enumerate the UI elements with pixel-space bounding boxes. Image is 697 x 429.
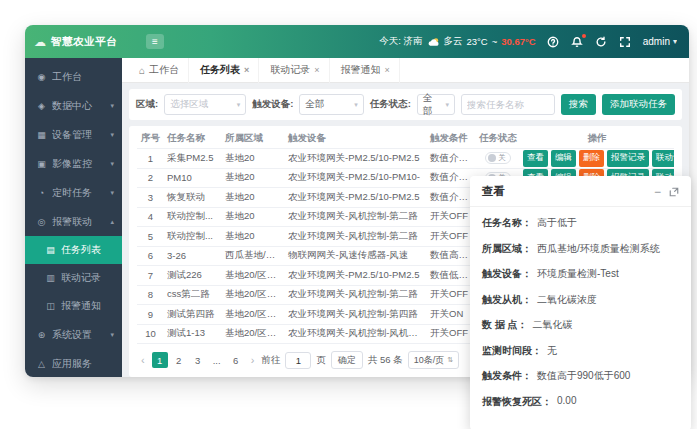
chevron-down-icon: ▾ bbox=[110, 102, 114, 110]
device-filter-label: 触发设备: bbox=[252, 98, 293, 111]
workbench-icon: ◉ bbox=[36, 72, 47, 82]
page-size-select[interactable]: 10条/页 ⇅ bbox=[408, 351, 459, 369]
top-navbar: ☁ 智慧农业平台 ≡ 今天: 济南 多云 23°C ~ 30.67°C bbox=[25, 25, 689, 58]
table-row: 1 采集PM2.5 基地20 农业环境网关-PM2.5/10-PM2.5 数值介… bbox=[137, 149, 674, 169]
close-tab-icon[interactable]: × bbox=[385, 65, 390, 75]
chevron-down-icon: ▾ bbox=[445, 101, 449, 109]
page-list: 1 2 3 ... 6 bbox=[152, 352, 244, 368]
page: ☁ 智慧农业平台 ≡ 今天: 济南 多云 23°C ~ 30.67°C bbox=[0, 0, 697, 429]
edit-button[interactable]: 编辑 bbox=[551, 150, 576, 167]
view-button[interactable]: 查看 bbox=[523, 150, 548, 167]
alarm-records-button[interactable]: 报警记录 bbox=[607, 150, 649, 167]
close-tab-icon[interactable]: × bbox=[244, 65, 249, 75]
hamburger-icon: ≡ bbox=[152, 36, 158, 47]
next-page-icon[interactable]: › bbox=[249, 354, 257, 366]
sidebar-item-linkage-records[interactable]: ▥ 联动记录 bbox=[25, 264, 122, 292]
sidebar-collapse-button[interactable]: ≡ bbox=[146, 34, 164, 49]
trigger-device-select[interactable]: 全部 ▾ bbox=[299, 94, 363, 115]
brand-logo: ☁ 智慧农业平台 bbox=[25, 35, 122, 49]
weather-widget: 今天: 济南 多云 23°C ~ 30.67°C bbox=[379, 35, 536, 48]
delete-button[interactable]: 删除 bbox=[579, 150, 604, 167]
goto-page-input[interactable] bbox=[285, 352, 311, 369]
chevron-down-icon: ▾ bbox=[110, 131, 114, 139]
page-number[interactable]: 3 bbox=[190, 352, 206, 368]
sidebar-item-data-center[interactable]: ◈ 数据中心 ▾ bbox=[25, 91, 122, 120]
chevron-down-icon: ▾ bbox=[354, 101, 358, 109]
refresh-icon[interactable] bbox=[595, 35, 608, 48]
temp-high: 30.67°C bbox=[501, 36, 535, 47]
detail-field: 数 据 点： 二氧化碳 bbox=[482, 318, 679, 332]
page-number[interactable]: 1 bbox=[152, 352, 168, 368]
sidebar-item-alarm-notifications[interactable]: ◫ 报警通知 bbox=[25, 292, 122, 320]
task-status-toggle[interactable]: 关 bbox=[485, 152, 511, 164]
search-input[interactable] bbox=[461, 94, 555, 115]
view-panel-body: 任务名称： 高于低于 所属区域： 西瓜基地/环境质量检测系统 触发设备： 环境质… bbox=[470, 207, 691, 409]
page-number[interactable]: 2 bbox=[171, 352, 187, 368]
region-select[interactable]: 选择区域 ▾ bbox=[164, 94, 246, 115]
task-list-icon: ▤ bbox=[45, 245, 56, 255]
sidebar-item-scheduled-tasks[interactable]: ◔ 定时任务 ▾ bbox=[25, 178, 122, 207]
cloud-logo-icon: ☁ bbox=[34, 36, 46, 48]
sidebar-item-task-list[interactable]: ▤ 任务列表 bbox=[25, 236, 122, 264]
detail-field: 触发从机： 二氧化碳浓度 bbox=[482, 293, 679, 307]
sidebar-item-system-settings[interactable]: ⊛ 系统设置 ▾ bbox=[25, 320, 122, 349]
notifications-bell-icon[interactable] bbox=[571, 35, 584, 48]
temp-separator: ~ bbox=[492, 36, 498, 47]
expand-icon[interactable] bbox=[669, 187, 679, 197]
chevron-up-icon: ▴ bbox=[110, 218, 114, 226]
filter-bar: 区域: 选择区域 ▾ 触发设备: 全部 ▾ 任务状态: 全部 bbox=[129, 89, 682, 120]
updown-arrows-icon: ⇅ bbox=[447, 356, 453, 364]
chevron-down-icon: ▾ bbox=[673, 37, 677, 46]
tab-linkage-records[interactable]: 联动记录 × bbox=[261, 58, 329, 83]
app-services-icon: △ bbox=[36, 359, 47, 369]
chevron-down-icon: ▾ bbox=[237, 101, 241, 109]
sidebar-item-alarm-linkage[interactable]: ◎ 报警联动 ▴ bbox=[25, 207, 122, 236]
sidebar-item-workbench[interactable]: ◉ 工作台 bbox=[25, 62, 122, 91]
chevron-down-icon: ▾ bbox=[110, 160, 114, 168]
tab-bar: ⌂ 工作台 任务列表 × 联动记录 × 报警通知 × bbox=[122, 58, 689, 83]
fullscreen-icon[interactable] bbox=[619, 35, 632, 48]
help-circle-icon[interactable] bbox=[547, 35, 560, 48]
add-linkage-task-button[interactable]: 添加联动任务 bbox=[602, 94, 675, 115]
home-icon: ⌂ bbox=[139, 65, 145, 76]
view-panel-title: 查看 bbox=[482, 184, 505, 199]
page-number[interactable]: ... bbox=[209, 352, 225, 368]
clock-icon: ◔ bbox=[36, 188, 47, 198]
minimize-icon[interactable]: − bbox=[654, 186, 661, 198]
view-panel-header: 查看 − bbox=[470, 176, 691, 207]
linkage-records-button[interactable]: 联动记录 bbox=[652, 150, 674, 167]
detail-field: 触发条件： 数值高于990低于600 bbox=[482, 369, 679, 383]
detail-field: 报警恢复死区： 0.00 bbox=[482, 395, 679, 409]
close-tab-icon[interactable]: × bbox=[314, 65, 319, 75]
sidebar-item-app-services[interactable]: △ 应用服务 bbox=[25, 349, 122, 377]
page-suffix: 页 bbox=[316, 354, 326, 367]
status-filter-label: 任务状态: bbox=[370, 98, 411, 111]
notification-badge bbox=[582, 34, 586, 38]
detail-field: 监测时间段： 无 bbox=[482, 344, 679, 358]
goto-label: 前往 bbox=[261, 354, 280, 367]
tab-workbench[interactable]: ⌂ 工作台 bbox=[130, 58, 189, 83]
tab-alarm-notifications[interactable]: 报警通知 × bbox=[332, 58, 400, 83]
notification-icon: ◫ bbox=[45, 301, 56, 311]
detail-field: 任务名称： 高于低于 bbox=[482, 216, 679, 230]
weather-city: 今天: 济南 bbox=[379, 35, 422, 48]
toggle-knob bbox=[488, 154, 496, 162]
goto-confirm-button[interactable]: 确定 bbox=[331, 351, 363, 369]
page-number[interactable]: 6 bbox=[228, 352, 244, 368]
view-detail-panel: 查看 − 任务名称： 高于低于 所属区域： 西瓜基地/环境质量检测系统 bbox=[470, 176, 691, 429]
brand-name: 智慧农业平台 bbox=[51, 35, 117, 49]
device-icon: ▦ bbox=[36, 130, 47, 140]
weather-condition: 多云 bbox=[444, 35, 463, 48]
sidebar-item-video-monitoring[interactable]: ▣ 影像监控 ▾ bbox=[25, 149, 122, 178]
temp-low: 23°C bbox=[467, 36, 488, 47]
alarm-icon: ◎ bbox=[36, 217, 47, 227]
table-header-row: 序号 任务名称 所属区域 触发设备 触发条件 任务状态 操作 bbox=[137, 128, 674, 149]
camera-icon: ▣ bbox=[36, 159, 47, 169]
prev-page-icon[interactable]: ‹ bbox=[139, 354, 147, 366]
user-menu[interactable]: admin ▾ bbox=[643, 36, 677, 47]
search-button[interactable]: 搜索 bbox=[561, 94, 596, 115]
tab-task-list[interactable]: 任务列表 × bbox=[191, 58, 259, 83]
sidebar-nav: ◉ 工作台 ◈ 数据中心 ▾ ▦ 设备管理 ▾ ▣ 影像监控 ▾ bbox=[25, 58, 122, 377]
sidebar-item-device-management[interactable]: ▦ 设备管理 ▾ bbox=[25, 120, 122, 149]
task-status-select[interactable]: 全部 ▾ bbox=[417, 94, 455, 115]
